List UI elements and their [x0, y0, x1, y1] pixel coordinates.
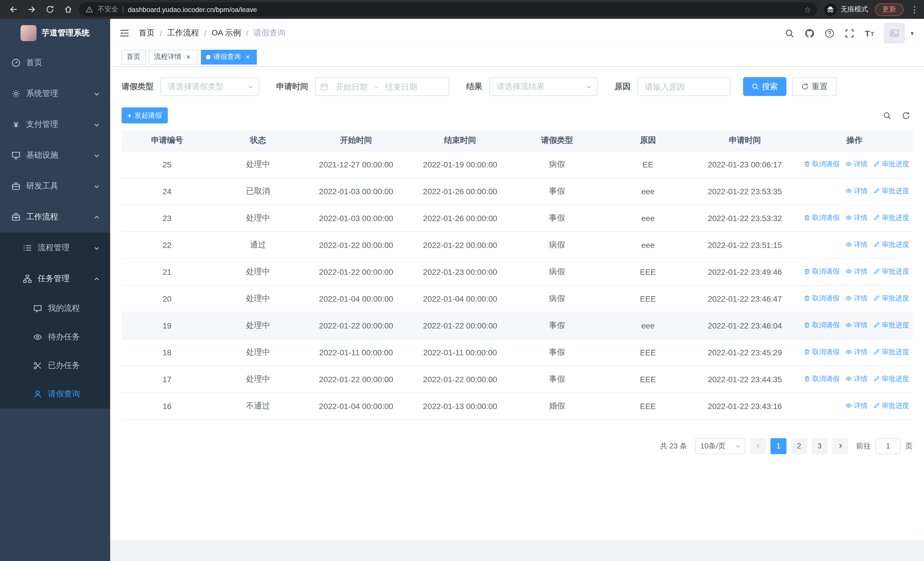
cell-type: 事假 [512, 205, 603, 232]
progress-link[interactable]: 审批进度 [873, 186, 909, 196]
sidebar-item-workflow[interactable]: 工作流程 [0, 202, 110, 233]
tab-close-icon[interactable]: × [184, 53, 192, 60]
detail-link[interactable]: 详情 [845, 186, 867, 196]
hamburger-icon[interactable] [110, 19, 139, 47]
cancel-leave-link[interactable]: 取消请假 [804, 294, 840, 303]
sidebar-item-payment[interactable]: ¥支付管理 [0, 109, 110, 140]
cancel-leave-link[interactable]: 取消请假 [804, 347, 840, 357]
sidebar-item-my-process[interactable]: 我的流程 [0, 294, 110, 323]
cell-reason: EEE [602, 365, 693, 393]
tab-process-detail[interactable]: 流程详情× [149, 50, 198, 64]
search-icon[interactable] [785, 28, 795, 38]
breadcrumb-item[interactable]: OA 示例 [212, 28, 241, 38]
detail-link[interactable]: 详情 [845, 374, 867, 384]
cell-reason: EEE [602, 258, 693, 285]
end-date-input[interactable] [380, 82, 422, 91]
create-leave-button[interactable]: + 发起请假 [122, 107, 168, 123]
search-button[interactable]: 搜索 [743, 77, 786, 96]
tab-close-icon[interactable]: × [244, 53, 252, 60]
cell-applied: 2022-01-22 23:49:46 [693, 258, 796, 285]
cell-end: 2022-01-13 00:00:00 [409, 393, 512, 419]
page-button-1[interactable]: 1 [771, 438, 786, 454]
breadcrumb-item[interactable]: 工作流程 [167, 28, 199, 38]
cell-reason: EE [602, 151, 693, 177]
detail-link[interactable]: 详情 [845, 267, 867, 277]
cancel-leave-link[interactable]: 取消请假 [804, 320, 840, 330]
address-bar[interactable]: 不安全 dashboard.yudao.iocoder.cn/bpm/oa/le… [79, 2, 817, 17]
breadcrumb-item[interactable]: 首页 [139, 28, 154, 38]
app-logo[interactable]: 芋道管理系统 [0, 19, 110, 47]
page-button-3[interactable]: 3 [812, 438, 828, 454]
detail-link[interactable]: 详情 [845, 401, 867, 411]
apply-time-label: 申请时间 [276, 81, 308, 92]
url-text[interactable]: dashboard.yudao.iocoder.cn/bpm/oa/leave [128, 5, 257, 14]
caret-down-icon[interactable]: ▾ [910, 29, 914, 37]
sidebar-item-leave-query[interactable]: 请假查询 [0, 380, 110, 409]
browser-menu-icon[interactable]: ⋮ [910, 4, 918, 15]
progress-link[interactable]: 审批进度 [873, 213, 909, 223]
sidebar-item-process-mgmt[interactable]: 流程管理 [0, 233, 110, 263]
sidebar-item-todo-task[interactable]: 待办任务 [0, 323, 110, 351]
sidebar-item-dev-tools[interactable]: 研发工具 [0, 171, 110, 202]
dashboard-icon [11, 58, 21, 68]
bookmark-star-icon[interactable]: ☆ [801, 5, 814, 14]
sidebar-item-task-mgmt[interactable]: 任务管理 [0, 263, 110, 294]
cancel-leave-link[interactable]: 取消请假 [804, 159, 840, 169]
cell-type: 病假 [512, 151, 603, 177]
refresh-icon[interactable] [902, 111, 910, 120]
table-row: 20处理中2022-01-04 00:00:002022-01-04 00:00… [122, 285, 913, 312]
start-date-input[interactable] [330, 82, 373, 91]
browser-forward-icon[interactable] [24, 2, 39, 17]
reset-button[interactable]: 重置 [792, 77, 837, 96]
sidebar-menu: 首页系统管理¥支付管理基础设施研发工具工作流程流程管理任务管理我的流程待办任务已… [0, 47, 110, 409]
sidebar-item-done-task[interactable]: 已办任务 [0, 351, 110, 380]
cell-end: 2022-01-04 00:00:00 [409, 285, 512, 312]
detail-link[interactable]: 详情 [845, 159, 867, 169]
edit-icon [873, 161, 880, 168]
cell-start: 2022-01-04 00:00:00 [304, 393, 409, 419]
browser-back-icon[interactable] [6, 2, 21, 17]
next-page-button[interactable] [832, 438, 848, 454]
prev-page-button[interactable] [750, 438, 766, 454]
result-select[interactable]: 请选择流结果 [489, 77, 597, 96]
tab-leave-query[interactable]: 请假查询× [201, 50, 257, 64]
browser-home-icon[interactable] [60, 2, 75, 17]
tab-home[interactable]: 首页 [122, 50, 146, 64]
breadcrumb-separator: / [204, 29, 207, 38]
sidebar-item-home[interactable]: 首页 [0, 47, 110, 78]
cancel-leave-link[interactable]: 取消请假 [804, 374, 840, 384]
cancel-leave-link[interactable]: 取消请假 [804, 213, 840, 223]
progress-link[interactable]: 审批进度 [873, 374, 909, 384]
progress-link[interactable]: 审批进度 [873, 159, 909, 169]
search-toggle-icon[interactable] [883, 111, 891, 120]
progress-link[interactable]: 审批进度 [873, 240, 909, 250]
detail-link[interactable]: 详情 [845, 240, 867, 250]
detail-link[interactable]: 详情 [845, 320, 867, 330]
progress-link[interactable]: 审批进度 [873, 267, 909, 277]
progress-link[interactable]: 审批进度 [873, 294, 909, 303]
security-badge[interactable]: 不安全 [98, 5, 118, 14]
font-size-icon[interactable]: TT [865, 29, 874, 38]
apply-time-range-picker[interactable]: - [315, 77, 449, 96]
reason-input[interactable] [638, 77, 730, 96]
fullscreen-icon[interactable] [844, 28, 854, 38]
sidebar-item-system[interactable]: 系统管理 [0, 78, 110, 109]
chevron-down-icon [247, 83, 254, 90]
page-button-2[interactable]: 2 [791, 438, 807, 454]
github-icon[interactable] [805, 28, 814, 38]
goto-page-input[interactable] [876, 438, 901, 454]
detail-link[interactable]: 详情 [845, 347, 867, 357]
progress-link[interactable]: 审批进度 [873, 320, 909, 330]
detail-link[interactable]: 详情 [845, 294, 867, 303]
progress-link[interactable]: 审批进度 [873, 401, 909, 411]
help-icon[interactable] [825, 28, 834, 38]
avatar[interactable] [884, 23, 905, 44]
leave-type-select[interactable]: 请选择请假类型 [160, 77, 259, 96]
update-button[interactable]: 更新 [875, 3, 903, 16]
detail-link[interactable]: 详情 [845, 213, 867, 223]
page-size-select[interactable]: 10条/页 [695, 438, 746, 454]
cancel-leave-link[interactable]: 取消请假 [804, 267, 840, 277]
sidebar-item-infrastructure[interactable]: 基础设施 [0, 140, 110, 171]
progress-link[interactable]: 审批进度 [873, 347, 909, 357]
browser-reload-icon[interactable] [42, 2, 57, 17]
